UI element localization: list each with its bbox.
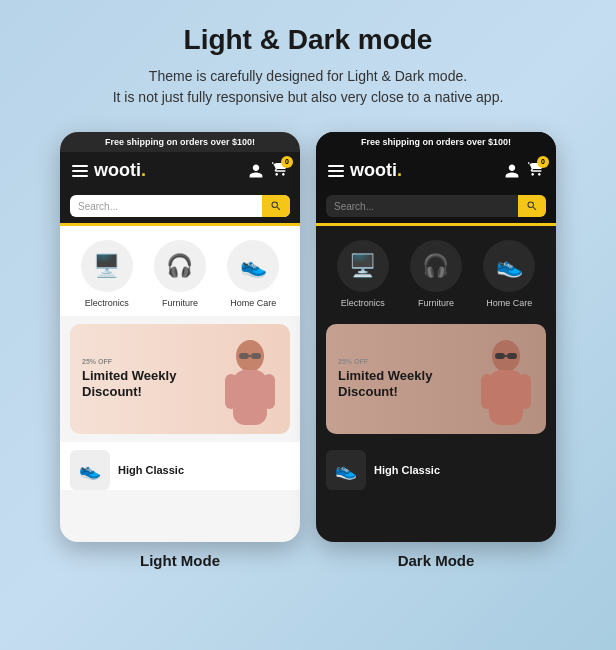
light-mode-wrapper: Free shipping on orders over $100! wooti… bbox=[60, 132, 300, 569]
dark-product-row[interactable]: 👟 High Classic bbox=[316, 442, 556, 490]
page-subtitle: Theme is carefully designed for Light & … bbox=[113, 66, 504, 108]
homecare-icon-circle: 👟 bbox=[227, 240, 279, 292]
light-phone: Free shipping on orders over $100! wooti… bbox=[60, 132, 300, 542]
dark-homecare-circle: 👟 bbox=[483, 240, 535, 292]
dark-user-icon[interactable] bbox=[504, 163, 520, 179]
light-search-button[interactable] bbox=[262, 195, 290, 217]
svg-rect-11 bbox=[495, 353, 505, 359]
dark-furniture-circle: 🎧 bbox=[410, 240, 462, 292]
light-promo-badge: 25% OFF bbox=[82, 358, 198, 365]
light-promo-content: 25% OFF Limited Weekly Discount! bbox=[70, 346, 210, 411]
dark-search-placeholder: Search... bbox=[326, 196, 518, 217]
light-notif-bar: Free shipping on orders over $100! bbox=[60, 132, 300, 152]
light-app-header: wooti. 0 bbox=[60, 152, 300, 189]
dark-hamburger-icon[interactable] bbox=[328, 165, 344, 177]
page-title: Light & Dark mode bbox=[184, 24, 433, 56]
brand-name: wooti. bbox=[94, 160, 146, 181]
light-search-bar: Search... bbox=[60, 189, 300, 223]
dark-promo-title: Limited Weekly Discount! bbox=[338, 368, 454, 399]
dark-cat-electronics[interactable]: 🖥️ Electronics bbox=[337, 240, 389, 308]
dark-electronics-label: Electronics bbox=[341, 298, 385, 308]
dark-cart-wrapper[interactable]: 0 bbox=[528, 161, 544, 181]
light-search-placeholder: Search... bbox=[70, 196, 262, 217]
svg-rect-3 bbox=[263, 374, 275, 409]
svg-rect-10 bbox=[519, 374, 531, 409]
homecare-label: Home Care bbox=[230, 298, 276, 308]
header-left: wooti. bbox=[72, 160, 146, 181]
phones-section: Free shipping on orders over $100! wooti… bbox=[60, 132, 556, 569]
header-icons: 0 bbox=[248, 161, 288, 181]
light-mode-label: Light Mode bbox=[140, 552, 220, 569]
dark-app-header: wooti. 0 bbox=[316, 152, 556, 189]
svg-rect-1 bbox=[233, 370, 267, 425]
dark-furniture-label: Furniture bbox=[418, 298, 454, 308]
cart-badge: 0 bbox=[281, 156, 293, 168]
dark-brand-name: wooti. bbox=[350, 160, 402, 181]
dark-search-bar: Search... bbox=[316, 189, 556, 223]
dark-mode-wrapper: Free shipping on orders over $100! wooti… bbox=[316, 132, 556, 569]
dark-categories: 🖥️ Electronics 🎧 Furniture 👟 Home Care bbox=[316, 226, 556, 316]
dark-cat-homecare[interactable]: 👟 Home Care bbox=[483, 240, 535, 308]
light-promo-image bbox=[210, 324, 290, 434]
promo-person-svg bbox=[215, 334, 285, 434]
svg-rect-2 bbox=[225, 374, 237, 409]
light-search-wrapper[interactable]: Search... bbox=[70, 195, 290, 217]
dark-product-name: High Classic bbox=[374, 464, 440, 476]
dark-cat-furniture[interactable]: 🎧 Furniture bbox=[410, 240, 462, 308]
dark-promo-badge: 25% OFF bbox=[338, 358, 454, 365]
light-cat-electronics[interactable]: 🖥️ Electronics bbox=[81, 240, 133, 308]
dark-product-thumb: 👟 bbox=[326, 450, 366, 490]
dark-homecare-label: Home Care bbox=[486, 298, 532, 308]
electronics-label: Electronics bbox=[85, 298, 129, 308]
user-icon[interactable] bbox=[248, 163, 264, 179]
light-product-row[interactable]: 👟 High Classic bbox=[60, 442, 300, 490]
dark-search-button[interactable] bbox=[518, 195, 546, 217]
dark-header-left: wooti. bbox=[328, 160, 402, 181]
dark-promo-banner[interactable]: 25% OFF Limited Weekly Discount! bbox=[326, 324, 546, 434]
light-categories: 🖥️ Electronics 🎧 Furniture 👟 Home Care bbox=[60, 226, 300, 316]
electronics-icon-circle: 🖥️ bbox=[81, 240, 133, 292]
light-product-thumb: 👟 bbox=[70, 450, 110, 490]
dark-header-icons: 0 bbox=[504, 161, 544, 181]
dark-promo-content: 25% OFF Limited Weekly Discount! bbox=[326, 346, 466, 411]
dark-cart-badge: 0 bbox=[537, 156, 549, 168]
hamburger-icon[interactable] bbox=[72, 165, 88, 177]
dark-electronics-circle: 🖥️ bbox=[337, 240, 389, 292]
svg-rect-12 bbox=[507, 353, 517, 359]
furniture-label: Furniture bbox=[162, 298, 198, 308]
dark-promo-person-svg bbox=[471, 334, 541, 434]
dark-phone: Free shipping on orders over $100! wooti… bbox=[316, 132, 556, 542]
svg-rect-8 bbox=[489, 370, 523, 425]
dark-mode-label: Dark Mode bbox=[398, 552, 475, 569]
light-promo-banner[interactable]: 25% OFF Limited Weekly Discount! bbox=[70, 324, 290, 434]
furniture-icon-circle: 🎧 bbox=[154, 240, 206, 292]
cart-wrapper[interactable]: 0 bbox=[272, 161, 288, 181]
dark-promo-image bbox=[466, 324, 546, 434]
dark-notif-bar: Free shipping on orders over $100! bbox=[316, 132, 556, 152]
dark-search-icon bbox=[526, 200, 538, 212]
light-cat-furniture[interactable]: 🎧 Furniture bbox=[154, 240, 206, 308]
svg-rect-5 bbox=[251, 353, 261, 359]
light-promo-title: Limited Weekly Discount! bbox=[82, 368, 198, 399]
dark-search-wrapper[interactable]: Search... bbox=[326, 195, 546, 217]
svg-rect-9 bbox=[481, 374, 493, 409]
light-cat-homecare[interactable]: 👟 Home Care bbox=[227, 240, 279, 308]
light-product-name: High Classic bbox=[118, 464, 184, 476]
svg-rect-4 bbox=[239, 353, 249, 359]
search-icon bbox=[270, 200, 282, 212]
